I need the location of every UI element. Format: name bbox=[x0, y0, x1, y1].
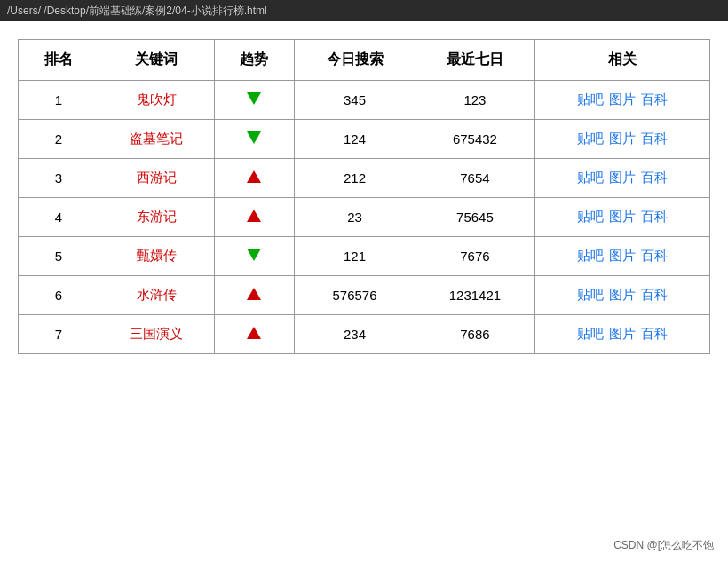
table-row: 7三国演义2347686贴吧图片百科 bbox=[19, 315, 710, 354]
related-link-百科[interactable]: 百科 bbox=[641, 248, 668, 263]
header-recent-seven: 最近七日 bbox=[415, 40, 534, 81]
table-row: 5甄嬛传1217676贴吧图片百科 bbox=[19, 237, 710, 276]
cell-rank: 1 bbox=[19, 81, 99, 120]
trend-down-green-icon bbox=[247, 249, 261, 261]
cell-rank: 2 bbox=[19, 120, 99, 159]
related-link-图片[interactable]: 图片 bbox=[609, 209, 636, 224]
table-row: 6水浒传5765761231421贴吧图片百科 bbox=[19, 276, 710, 315]
related-link-百科[interactable]: 百科 bbox=[641, 91, 668, 107]
header-related: 相关 bbox=[535, 40, 710, 81]
table-row: 3西游记2127654贴吧图片百科 bbox=[19, 159, 710, 198]
cell-rank: 3 bbox=[19, 159, 99, 198]
cell-today-search: 124 bbox=[295, 120, 415, 159]
related-link-百科[interactable]: 百科 bbox=[641, 209, 668, 224]
cell-rank: 7 bbox=[19, 315, 99, 354]
cell-rank: 6 bbox=[19, 276, 99, 315]
content-area: 排名 关键词 趋势 今日搜索 最近七日 相关 1鬼吹灯345123贴吧图片百科2… bbox=[0, 21, 728, 562]
related-link-图片[interactable]: 图片 bbox=[609, 248, 636, 263]
cell-trend bbox=[214, 315, 295, 354]
header-keyword: 关键词 bbox=[99, 40, 214, 81]
cell-recent-seven: 7654 bbox=[415, 159, 534, 198]
cell-trend bbox=[214, 276, 295, 315]
related-link-百科[interactable]: 百科 bbox=[641, 131, 668, 146]
header-today-search: 今日搜索 bbox=[295, 40, 415, 81]
file-path: /Users/ /Desktop/前端基础练/案例2/04-小说排行榜.html bbox=[7, 4, 267, 19]
title-bar: /Users/ /Desktop/前端基础练/案例2/04-小说排行榜.html bbox=[0, 0, 728, 21]
cell-related: 贴吧图片百科 bbox=[535, 237, 710, 276]
cell-related: 贴吧图片百科 bbox=[535, 120, 710, 159]
cell-today-search: 121 bbox=[295, 237, 415, 276]
table-header-row: 排名 关键词 趋势 今日搜索 最近七日 相关 bbox=[19, 40, 710, 81]
related-link-图片[interactable]: 图片 bbox=[609, 131, 636, 146]
header-rank: 排名 bbox=[19, 40, 99, 81]
cell-keyword: 水浒传 bbox=[99, 276, 214, 315]
cell-rank: 4 bbox=[19, 198, 99, 237]
related-link-贴吧[interactable]: 贴吧 bbox=[577, 170, 604, 185]
related-link-贴吧[interactable]: 贴吧 bbox=[577, 91, 604, 107]
cell-related: 贴吧图片百科 bbox=[535, 276, 710, 315]
cell-trend bbox=[214, 159, 295, 198]
cell-related: 贴吧图片百科 bbox=[535, 198, 710, 237]
cell-recent-seven: 75645 bbox=[415, 198, 534, 237]
cell-related: 贴吧图片百科 bbox=[535, 81, 710, 120]
cell-trend bbox=[214, 237, 295, 276]
cell-trend bbox=[214, 81, 295, 120]
related-link-贴吧[interactable]: 贴吧 bbox=[577, 131, 604, 146]
cell-related: 贴吧图片百科 bbox=[535, 159, 710, 198]
cell-keyword: 三国演义 bbox=[99, 315, 214, 354]
cell-keyword: 甄嬛传 bbox=[99, 237, 214, 276]
cell-recent-seven: 675432 bbox=[415, 120, 534, 159]
trend-up-red-icon bbox=[247, 210, 261, 222]
cell-trend bbox=[214, 120, 295, 159]
cell-keyword: 盗墓笔记 bbox=[99, 120, 214, 159]
related-link-贴吧[interactable]: 贴吧 bbox=[577, 326, 604, 341]
cell-today-search: 234 bbox=[295, 315, 415, 354]
cell-recent-seven: 7676 bbox=[415, 237, 534, 276]
related-link-百科[interactable]: 百科 bbox=[641, 287, 668, 302]
related-link-图片[interactable]: 图片 bbox=[609, 326, 636, 341]
cell-keyword: 鬼吹灯 bbox=[99, 81, 214, 120]
trend-down-green-icon bbox=[247, 92, 261, 105]
trend-up-red-icon bbox=[247, 170, 261, 183]
cell-recent-seven: 1231421 bbox=[415, 276, 534, 315]
related-link-百科[interactable]: 百科 bbox=[641, 326, 668, 341]
cell-recent-seven: 123 bbox=[415, 81, 534, 120]
cell-keyword: 东游记 bbox=[99, 198, 214, 237]
header-trend: 趋势 bbox=[214, 40, 295, 81]
cell-related: 贴吧图片百科 bbox=[535, 315, 710, 354]
table-row: 1鬼吹灯345123贴吧图片百科 bbox=[19, 81, 710, 120]
related-link-图片[interactable]: 图片 bbox=[609, 170, 636, 185]
cell-recent-seven: 7686 bbox=[415, 315, 534, 354]
trend-down-green-icon bbox=[247, 131, 261, 144]
related-link-贴吧[interactable]: 贴吧 bbox=[577, 248, 604, 263]
cell-today-search: 576576 bbox=[295, 276, 415, 315]
related-link-图片[interactable]: 图片 bbox=[609, 287, 636, 302]
cell-trend bbox=[214, 198, 295, 237]
table-row: 4东游记2375645贴吧图片百科 bbox=[19, 198, 710, 237]
related-link-贴吧[interactable]: 贴吧 bbox=[577, 287, 604, 302]
related-link-图片[interactable]: 图片 bbox=[609, 91, 636, 107]
ranking-table: 排名 关键词 趋势 今日搜索 最近七日 相关 1鬼吹灯345123贴吧图片百科2… bbox=[18, 39, 710, 354]
trend-up-red-icon bbox=[247, 288, 261, 300]
related-link-百科[interactable]: 百科 bbox=[641, 170, 668, 185]
cell-today-search: 23 bbox=[295, 198, 415, 237]
related-link-贴吧[interactable]: 贴吧 bbox=[577, 209, 604, 224]
table-row: 2盗墓笔记124675432贴吧图片百科 bbox=[19, 120, 710, 159]
footer-note: CSDN @[怎么吃不饱 bbox=[613, 538, 714, 553]
cell-today-search: 212 bbox=[295, 159, 415, 198]
cell-keyword: 西游记 bbox=[99, 159, 214, 198]
cell-rank: 5 bbox=[19, 237, 99, 276]
trend-up-red-icon bbox=[247, 327, 261, 339]
cell-today-search: 345 bbox=[295, 81, 415, 120]
